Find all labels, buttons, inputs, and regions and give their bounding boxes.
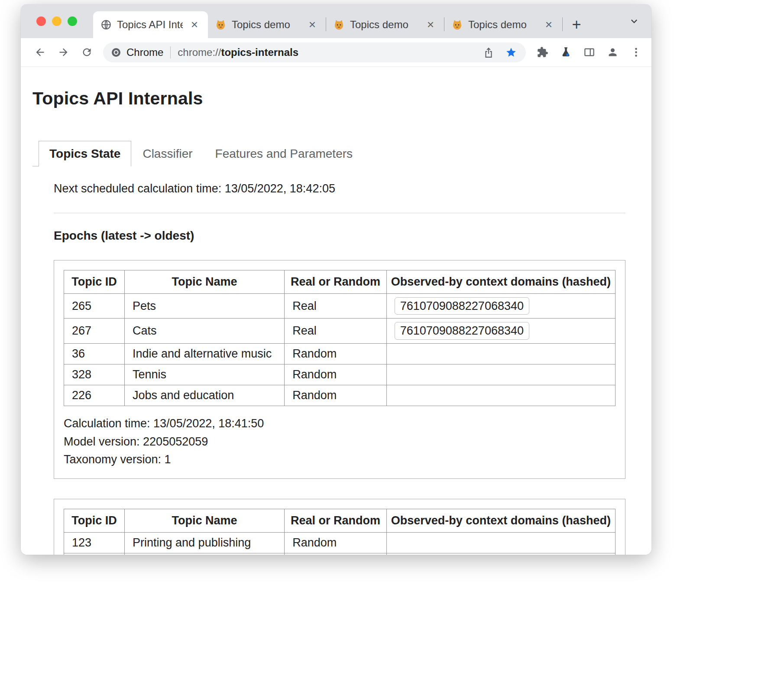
real-or-random-cell: Random [285,364,387,385]
topic-name-cell: Pets [125,294,285,319]
observed-domains-cell [386,533,615,553]
tab-topics-api-internals[interactable]: Topics API Internals × [93,11,208,38]
tab-topics-demo-3[interactable]: Topics demo × [444,11,562,38]
topic-name-cell: Fibre and textile arts [125,553,285,555]
close-tab-icon[interactable]: × [424,18,437,31]
side-panel-button[interactable] [579,42,599,63]
col-observed-domains: Observed-by context domains (hashed) [386,270,615,294]
epochs-heading: Epochs (latest -> oldest) [54,229,625,243]
observed-domains-cell [386,364,615,385]
back-button[interactable] [29,42,50,63]
tab-topics-demo-1[interactable]: Topics demo × [208,11,326,38]
table-row: 265 Pets Real 7610709088227068340 [64,294,616,319]
real-or-random-cell: Random [285,343,387,364]
labs-button[interactable] [555,42,576,63]
share-icon [483,47,494,58]
close-tab-icon[interactable]: × [188,18,201,31]
tab-title: Topics demo [468,19,537,31]
page-content: Topics API Internals Topics State Classi… [21,67,651,555]
window-controls [21,16,93,26]
tab-separator [562,17,563,31]
table-row: 328 Tennis Random [64,364,616,385]
side-panel-icon [583,46,595,58]
forward-button[interactable] [53,42,74,63]
cat-icon [333,19,345,31]
topic-id-cell: 123 [64,533,125,553]
close-tab-icon[interactable]: × [542,18,555,31]
topic-id-cell: 226 [64,385,125,406]
topic-id-cell: 265 [64,294,125,319]
back-icon [34,46,46,58]
topic-id-cell: 328 [64,364,125,385]
observed-domains-hash[interactable]: 7610709088227068340 [395,322,529,339]
epoch-metadata: Calculation time: 13/05/2022, 18:41:50 M… [64,415,616,469]
reload-button[interactable] [76,42,97,63]
page-title: Topics API Internals [32,88,625,109]
topic-name-cell: Jobs and education [125,385,285,406]
tab-topics-state[interactable]: Topics State [39,141,131,166]
observed-domains-hash[interactable]: 7610709088227068340 [395,297,529,315]
bookmark-star-button[interactable] [502,44,520,61]
new-tab-button[interactable]: + [567,15,586,34]
address-bar[interactable]: Chrome chrome://topics-internals [103,42,526,62]
share-button[interactable] [480,44,497,61]
real-or-random-cell: Real [285,319,387,343]
close-tab-icon[interactable]: × [306,18,319,31]
url-text: chrome://topics-internals [178,46,298,59]
omnibox-divider [170,46,171,59]
col-topic-name: Topic Name [125,270,285,294]
col-real-or-random: Real or Random [285,270,387,294]
taxonomy-version-text: Taxonomy version: 1 [64,451,616,469]
cat-icon [451,19,463,31]
url-host: topics-internals [221,46,298,58]
profile-button[interactable] [602,42,623,63]
topic-name-cell: Printing and publishing [125,533,285,553]
forward-icon [58,46,69,58]
tab-title: Topics demo [232,19,301,31]
topic-id-cell: 200 [64,553,125,555]
table-header-row: Topic ID Topic Name Real or Random Obser… [64,270,616,294]
menu-button[interactable] [625,42,646,63]
topic-name-cell: Tennis [125,364,285,385]
topics-state-panel: Next scheduled calculation time: 13/05/2… [54,182,625,555]
topics-table-2: Topic ID Topic Name Real or Random Obser… [64,509,616,555]
col-topic-name: Topic Name [125,509,285,533]
tab-search-chevron-icon[interactable] [625,13,643,30]
real-or-random-cell: Random [285,533,387,553]
search-engine-label: Chrome [126,46,163,59]
extensions-button[interactable] [532,42,553,63]
calculation-time-text: Calculation time: 13/05/2022, 18:41:50 [64,415,616,433]
observed-domains-cell: 7610709088227068340 [386,294,615,319]
zoom-window-button[interactable] [68,16,77,26]
tab-title: Topics demo [350,19,419,31]
tab-classifier[interactable]: Classifier [131,141,204,166]
tab-features-and-parameters[interactable]: Features and Parameters [204,141,364,166]
url-scheme: chrome:// [178,46,221,58]
table-row: 226 Jobs and education Random [64,385,616,406]
close-window-button[interactable] [36,16,46,26]
tab-topics-demo-2[interactable]: Topics demo × [326,11,444,38]
chrome-logo-icon [111,47,121,58]
topic-id-cell: 36 [64,343,125,364]
page-tab-bar: Topics State Classifier Features and Par… [39,141,625,166]
observed-domains-cell: 7610709088227068340 [386,319,615,343]
topic-id-cell: 267 [64,319,125,343]
observed-domains-cell [386,343,615,364]
col-topic-id: Topic ID [64,270,125,294]
table-row: 200 Fibre and textile arts Random [64,553,616,555]
topic-name-cell: Indie and alternative music [125,343,285,364]
table-header-row: Topic ID Topic Name Real or Random Obser… [64,509,616,533]
divider [54,213,625,213]
real-or-random-cell: Random [285,553,387,555]
tab-strip: Topics API Internals × Topics demo × [21,4,651,38]
reload-icon [81,46,93,58]
real-or-random-cell: Real [285,294,387,319]
minimize-window-button[interactable] [52,16,62,26]
col-real-or-random: Real or Random [285,509,387,533]
three-dots-icon [630,46,642,58]
topic-name-cell: Cats [125,319,285,343]
col-observed-domains: Observed-by context domains (hashed) [386,509,615,533]
col-topic-id: Topic ID [64,509,125,533]
avatar-icon [607,46,619,58]
table-row: 267 Cats Real 7610709088227068340 [64,319,616,343]
